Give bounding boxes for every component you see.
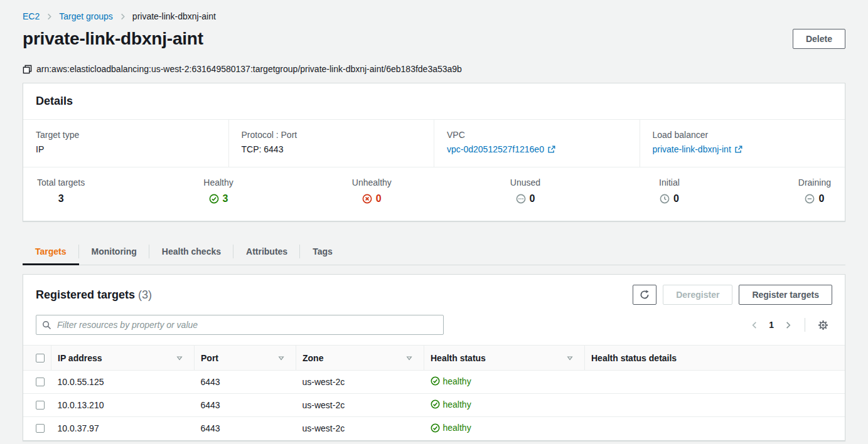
stat-label: Draining [798,177,831,188]
registered-targets-title-text: Registered targets [36,288,135,301]
status-positive-icon [431,399,440,409]
registered-targets-count: (3) [138,288,152,301]
cell-health-status: healthy [424,371,585,394]
stat-label: Unhealthy [352,177,392,188]
table-settings-button[interactable] [814,317,832,333]
row-checkbox[interactable] [36,424,45,433]
status-positive-icon [431,376,440,386]
cell-port: 6443 [195,394,296,417]
cell-zone: us-west-2c [296,417,424,440]
tab-health-checks[interactable]: Health checks [149,243,233,265]
health-status-label: healthy [443,399,471,410]
status-positive-icon [209,194,219,204]
cell-health-status-details [585,417,845,440]
vpc-link-text: vpc-0d20512527f1216e0 [447,144,544,154]
sort-down-icon[interactable] [278,355,284,361]
chevron-left-icon [751,321,759,329]
detail-value: TCP: 6443 [242,144,422,154]
row-checkbox[interactable] [36,378,45,386]
select-all-checkbox[interactable] [36,354,45,362]
register-targets-button[interactable]: Register targets [739,285,832,305]
details-title: Details [36,95,832,108]
arn-text: arn:aws:elasticloadbalancing:us-west-2:6… [36,64,462,74]
refresh-button[interactable] [633,285,656,305]
stat-value: 0 [818,193,824,204]
breadcrumb-ec2[interactable]: EC2 [23,11,40,21]
column-label: Health status [431,353,486,363]
filter-search-box [36,315,444,335]
copy-icon[interactable] [23,65,32,74]
stat-initial: Initial 0 [659,177,680,206]
column-header-port[interactable]: Port [195,346,296,371]
filter-input[interactable] [56,319,437,330]
registered-targets-panel: Registered targets (3) Deregister Regist… [23,274,845,441]
status-stopped-icon [805,194,815,204]
tab-attributes[interactable]: Attributes [233,243,300,265]
stat-label: Initial [659,177,680,188]
cell-port: 6443 [195,371,296,394]
column-label: Health status details [591,353,677,363]
cell-health-status-details [585,394,845,417]
detail-label: Target type [36,130,216,140]
deregister-button[interactable]: Deregister [663,285,732,305]
column-label: Zone [303,353,323,363]
details-card-header: Details [23,83,845,120]
cell-zone: us-west-2c [296,394,424,417]
gear-icon [818,320,828,330]
divider [805,318,805,332]
column-header-health-status[interactable]: Health status [424,346,585,371]
column-label: IP address [58,353,102,363]
page: EC2 Target groups private-link-dbxnj-ain… [0,0,868,441]
tabs: Targets Monitoring Health checks Attribu… [23,243,845,265]
details-grid: Target type IP Protocol : Port TCP: 6443… [23,120,845,167]
stat-total-targets: Total targets 3 [37,177,85,206]
status-pending-icon [516,194,526,204]
pagination-prev-button[interactable] [747,319,763,332]
column-header-ip-address[interactable]: IP address [51,346,195,371]
health-status-label: healthy [443,376,471,386]
refresh-icon [640,290,650,300]
sort-down-icon[interactable] [406,355,412,361]
cell-health-status: healthy [424,394,585,417]
target-stats-row: Total targets 3 Healthy 3 Unhealthy [23,167,845,221]
status-in-progress-icon [660,194,670,204]
tab-targets[interactable]: Targets [23,243,79,265]
detail-protocol-port: Protocol : Port TCP: 6443 [228,120,434,167]
health-status-label: healthy [443,423,471,433]
detail-label: VPC [447,130,627,140]
detail-load-balancer: Load balancer private-link-dbxnj-int [640,120,845,167]
column-header-zone[interactable]: Zone [296,346,424,371]
stat-label: Healthy [203,177,233,188]
sort-down-icon[interactable] [567,355,573,361]
sort-down-icon[interactable] [176,355,183,361]
external-link-icon [547,145,555,154]
table-row: 10.0.55.125 6443 us-west-2c healthy [23,371,845,394]
filter-row: 1 [23,312,845,345]
tab-tags[interactable]: Tags [300,243,345,265]
stat-value: 3 [223,193,228,204]
tab-monitoring[interactable]: Monitoring [79,243,149,265]
external-link-icon [734,145,742,154]
registered-targets-table: IP address Port Zone Health status [23,345,845,440]
cell-ip: 10.0.13.210 [51,394,195,417]
status-positive-icon [431,423,440,433]
details-card: Details Target type IP Protocol : Port T… [23,83,845,221]
stat-unused: Unused 0 [510,177,540,206]
pagination: 1 [747,317,832,333]
breadcrumb-current: private-link-dbxnj-aint [132,11,216,21]
vpc-link[interactable]: vpc-0d20512527f1216e0 [447,144,555,154]
stat-value: 0 [673,193,679,204]
status-negative-icon [362,194,372,204]
row-checkbox[interactable] [36,401,45,410]
stat-label: Total targets [37,177,85,188]
stat-value: 0 [530,193,535,204]
load-balancer-link[interactable]: private-link-dbxnj-int [653,144,742,154]
breadcrumb-target-groups[interactable]: Target groups [59,11,113,21]
table-header-row: IP address Port Zone Health status [23,346,845,371]
chevron-right-icon [46,13,53,20]
title-row: private-link-dbxnj-aint Delete [23,29,845,49]
pagination-current-page[interactable]: 1 [765,320,778,330]
delete-button[interactable]: Delete [793,29,845,49]
column-header-health-status-details: Health status details [585,346,845,371]
pagination-next-button[interactable] [780,319,796,332]
